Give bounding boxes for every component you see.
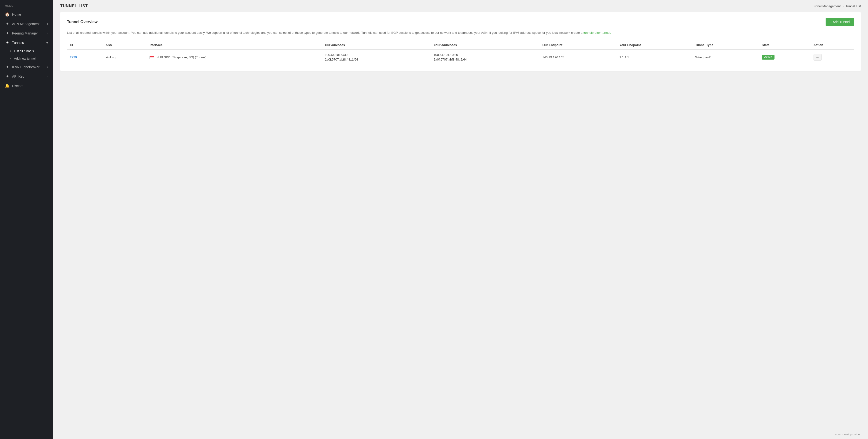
breadcrumb-current: Tunnel List [845, 4, 861, 8]
sidebar-item-list-all-tunnels[interactable]: List all tunnels [0, 47, 53, 55]
sub-item-label: Add new tunnel [14, 57, 36, 60]
cell-action: ··· [811, 50, 854, 65]
sidebar-item-home[interactable]: 🏠 Home [0, 10, 53, 19]
api-key-icon: ✦ [5, 74, 10, 79]
sub-item-label: List all tunnels [14, 49, 34, 53]
cell-interface: HUB SIN1 [Singapore, SG] (Tunnel) [147, 50, 322, 65]
sidebar-item-label: IPv6 Tunnelbroker [12, 65, 39, 69]
col-action: Action [811, 41, 854, 50]
home-icon: 🏠 [5, 12, 10, 17]
your-addr-line2: 2a0f:5707:abf8:48::2/64 [434, 57, 536, 62]
main-content: TUNNEL LIST Tunnel Management › Tunnel L… [53, 0, 868, 439]
ipv6-icon: ✦ [5, 65, 10, 69]
top-bar: TUNNEL LIST Tunnel Management › Tunnel L… [53, 0, 868, 12]
tunnelbroker-link[interactable]: tunnelbroker tunnel. [583, 31, 611, 34]
tunnel-id-link[interactable]: #229 [70, 56, 77, 59]
footer-text: your transit provider [835, 433, 861, 436]
sidebar-item-api-key[interactable]: ✦ API Key › [0, 71, 53, 81]
sidebar-item-ipv6-tunnelbroker[interactable]: ✦ IPv6 Tunnelbroker › [0, 62, 53, 71]
tunnels-table: ID ASN Interface Our adresses Your addre… [67, 41, 854, 65]
action-menu-button[interactable]: ··· [813, 54, 822, 61]
sidebar-item-peering-manager[interactable]: ✦ Peering Manager › [0, 28, 53, 38]
breadcrumb: Tunnel Management › Tunnel List [812, 4, 861, 8]
col-your-endpoint: Your Endpoint [617, 41, 692, 50]
sidebar-item-asn-management[interactable]: ✦ ASN Management › [0, 19, 53, 28]
sidebar-item-discord[interactable]: 🔔 Discord [0, 81, 53, 90]
chevron-right-icon: › [47, 65, 48, 69]
peering-icon: ✦ [5, 31, 10, 35]
cell-your-addresses: 100.64.101.10/30 2a0f:5707:abf8:48::2/64 [431, 50, 539, 65]
bullet-icon [10, 51, 11, 52]
chevron-right-icon: › [47, 22, 48, 26]
cell-our-addresses: 100.64.101.9/30 2a0f:5707:abf8:48::1/64 [322, 50, 431, 65]
card-description: List of all created tunnels within your … [67, 30, 854, 35]
cell-our-endpoint: 146.19.196.145 [539, 50, 617, 65]
page-title: TUNNEL LIST [60, 4, 88, 8]
sidebar-item-label: ASN Management [12, 22, 39, 26]
sidebar-item-add-new-tunnel[interactable]: Add new tunnel [0, 55, 53, 62]
sidebar-item-label: Home [12, 12, 21, 17]
col-id: ID [67, 41, 103, 50]
col-asn: ASN [103, 41, 147, 50]
table-header-row: ID ASN Interface Our adresses Your addre… [67, 41, 854, 50]
footer: your transit provider [53, 430, 868, 439]
our-addr-line2: 2a0f:5707:abf8:48::1/64 [325, 57, 428, 62]
your-addr-line1: 100.64.101.10/30 [434, 53, 536, 57]
cell-tunnel-type: Wireguard4 [692, 50, 759, 65]
cell-your-endpoint: 1.1.1.1 [617, 50, 692, 65]
sidebar: MENU 🏠 Home ✦ ASN Management › ✦ Peering… [0, 0, 53, 439]
add-tunnel-button[interactable]: + Add Tunnel [826, 18, 854, 26]
table-row: #229 sin1.sg HUB SIN1 [Singapore, SG] (T… [67, 50, 854, 65]
sidebar-item-label: Discord [12, 84, 23, 88]
chevron-down-icon: ∨ [46, 41, 48, 45]
chevron-right-icon: › [47, 32, 48, 35]
col-our-addresses: Our adresses [322, 41, 431, 50]
breadcrumb-tunnel-management[interactable]: Tunnel Management [812, 4, 841, 8]
cell-asn: sin1.sg [103, 50, 147, 65]
sidebar-item-label: API Key [12, 75, 24, 78]
chevron-right-icon: › [47, 75, 48, 78]
sidebar-item-label: Peering Manager [12, 31, 38, 35]
col-state: State [759, 41, 810, 50]
our-addr-line1: 100.64.101.9/30 [325, 53, 428, 57]
col-interface: Interface [147, 41, 322, 50]
tunnels-icon: ✦ [5, 40, 10, 45]
sidebar-item-tunnels[interactable]: ✦ Tunnels ∨ [0, 38, 53, 47]
table-body: #229 sin1.sg HUB SIN1 [Singapore, SG] (T… [67, 50, 854, 65]
col-our-endpoint: Our Endpoint [539, 41, 617, 50]
cell-id: #229 [67, 50, 103, 65]
table-header: ID ASN Interface Our adresses Your addre… [67, 41, 854, 50]
menu-label: MENU [0, 0, 53, 10]
flag-icon [149, 56, 154, 59]
status-badge: Active [762, 55, 775, 60]
bullet-icon [10, 58, 11, 59]
breadcrumb-separator: › [843, 4, 844, 8]
card-title: Tunnel Overview [67, 20, 98, 24]
interface-label: HUB SIN1 [Singapore, SG] (Tunnel) [156, 56, 207, 59]
asn-icon: ✦ [5, 22, 10, 26]
col-tunnel-type: Tunnel Type [692, 41, 759, 50]
tunnel-overview-card: Tunnel Overview + Add Tunnel List of all… [60, 12, 861, 71]
sidebar-item-label: Tunnels [12, 41, 24, 45]
content-area: Tunnel Overview + Add Tunnel List of all… [53, 12, 868, 430]
description-text: List of all created tunnels within your … [67, 31, 583, 34]
discord-icon: 🔔 [5, 84, 10, 88]
card-header: Tunnel Overview + Add Tunnel [67, 18, 854, 26]
col-your-addresses: Your addresses [431, 41, 539, 50]
cell-state: Active [759, 50, 810, 65]
